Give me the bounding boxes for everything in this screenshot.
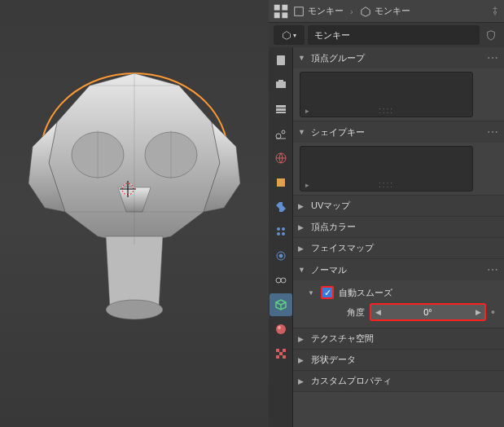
angle-value[interactable]: 0° xyxy=(384,307,471,317)
svg-rect-22 xyxy=(295,7,304,15)
tab-particles[interactable] xyxy=(270,220,292,243)
properties-tab-strip xyxy=(269,47,293,427)
datablock-name-field[interactable]: モンキー xyxy=(308,25,480,45)
chevron-down-icon: ▼ xyxy=(298,266,308,274)
breadcrumb-object[interactable]: モンキー xyxy=(308,5,344,17)
svg-rect-21 xyxy=(282,12,287,18)
svg-line-44 xyxy=(276,302,281,305)
chevron-right-icon: ▶ xyxy=(298,202,308,210)
svg-rect-49 xyxy=(276,349,279,352)
shape-keys-header[interactable]: ▼ シェイプキー ⋯ xyxy=(293,121,504,143)
tab-view-layer[interactable] xyxy=(270,98,292,121)
svg-point-41 xyxy=(276,278,281,283)
svg-point-35 xyxy=(277,227,280,231)
svg-rect-29 xyxy=(276,108,286,111)
geometry-data-header[interactable]: ▶ 形状データ xyxy=(293,350,504,371)
mesh-icon xyxy=(293,6,305,17)
tab-material[interactable] xyxy=(270,318,292,341)
tab-render[interactable] xyxy=(270,49,292,72)
properties-panel: ▼ 頂点グループ ⋯ ▸ :::: + − ▾ xyxy=(293,47,504,427)
tab-object-data[interactable] xyxy=(270,293,292,316)
chevron-down-icon: ▼ xyxy=(298,54,308,62)
svg-rect-52 xyxy=(276,355,279,359)
chevron-right-icon: ▶ xyxy=(298,223,308,231)
tab-physics[interactable] xyxy=(270,244,292,267)
increment-icon[interactable]: ▶ xyxy=(471,308,484,316)
vertex-colors-header[interactable]: ▶ 頂点カラー xyxy=(293,217,504,238)
breadcrumb-separator: › xyxy=(350,7,353,16)
svg-point-37 xyxy=(277,232,280,236)
svg-rect-51 xyxy=(279,352,283,355)
svg-rect-25 xyxy=(277,55,285,65)
svg-point-47 xyxy=(276,324,286,334)
tab-constraints[interactable] xyxy=(270,269,292,292)
texture-space-header[interactable]: ▶ テクスチャ空間 xyxy=(293,328,504,350)
chevron-down-icon: ▼ xyxy=(298,128,308,136)
list-expand-icon[interactable]: ▸ xyxy=(305,107,309,115)
svg-point-31 xyxy=(276,134,281,139)
svg-point-8 xyxy=(106,300,163,319)
cursor-3d-icon xyxy=(118,179,138,199)
svg-point-32 xyxy=(282,130,285,134)
keyframe-dot-icon[interactable]: • xyxy=(491,306,497,319)
uv-maps-header[interactable]: ▶ UVマップ xyxy=(293,196,504,217)
decrement-icon[interactable]: ◀ xyxy=(371,308,384,316)
svg-rect-30 xyxy=(276,112,286,113)
datablock-selector[interactable]: ▾ xyxy=(274,25,305,45)
svg-marker-24 xyxy=(283,32,291,40)
svg-rect-28 xyxy=(276,105,286,108)
svg-rect-50 xyxy=(283,349,286,352)
angle-label: 角度 xyxy=(308,306,365,319)
fake-user-icon[interactable] xyxy=(483,27,499,43)
datablock-name-row: ▾ モンキー xyxy=(269,23,504,47)
svg-line-45 xyxy=(281,302,286,305)
list-expand-icon[interactable]: ▸ xyxy=(305,181,309,189)
editor-type-icon[interactable] xyxy=(272,2,290,20)
svg-point-40 xyxy=(279,254,283,258)
svg-rect-19 xyxy=(282,4,287,10)
svg-rect-27 xyxy=(278,80,283,81)
chevron-right-icon: ▶ xyxy=(298,356,308,364)
mesh-data-icon xyxy=(360,6,371,17)
svg-point-42 xyxy=(281,278,286,283)
properties-header: モンキー › モンキー xyxy=(269,0,504,23)
chevron-right-icon: ▶ xyxy=(298,244,308,253)
svg-point-48 xyxy=(278,326,281,329)
chevron-right-icon: ▶ xyxy=(298,377,308,385)
custom-properties-header[interactable]: ▶ カスタムプロパティ xyxy=(293,371,504,392)
pin-icon[interactable] xyxy=(489,5,501,18)
angle-spinner[interactable]: ◀ 0° ▶ xyxy=(370,303,486,321)
list-grip-icon[interactable]: :::: xyxy=(379,180,394,189)
svg-point-38 xyxy=(282,232,285,236)
svg-rect-34 xyxy=(277,178,285,187)
tab-output[interactable] xyxy=(270,73,292,96)
chevron-down-icon: ▼ xyxy=(308,289,318,297)
auto-smooth-label: 自動スムーズ xyxy=(339,287,392,299)
tab-object[interactable] xyxy=(270,171,292,194)
section-menu-icon[interactable]: ⋯ xyxy=(487,263,499,276)
vertex-groups-list[interactable]: ▸ :::: xyxy=(300,72,473,117)
face-maps-header[interactable]: ▶ フェイスマップ xyxy=(293,238,504,259)
svg-rect-26 xyxy=(276,81,286,88)
svg-marker-23 xyxy=(361,7,370,15)
svg-marker-7 xyxy=(106,236,163,310)
svg-rect-20 xyxy=(274,12,280,18)
viewport-3d[interactable] xyxy=(0,0,269,427)
section-menu-icon[interactable]: ⋯ xyxy=(487,125,499,139)
tab-texture[interactable] xyxy=(270,342,292,365)
svg-rect-18 xyxy=(274,4,280,10)
auto-smooth-checkbox[interactable]: ✓ xyxy=(321,286,334,299)
svg-rect-53 xyxy=(283,355,286,359)
list-grip-icon[interactable]: :::: xyxy=(379,106,394,115)
tab-world[interactable] xyxy=(270,147,292,169)
shape-keys-list[interactable]: ▸ :::: xyxy=(300,146,473,191)
section-menu-icon[interactable]: ⋯ xyxy=(487,51,499,64)
tab-modifiers[interactable] xyxy=(270,196,292,218)
svg-point-36 xyxy=(282,227,285,231)
vertex-groups-header[interactable]: ▼ 頂点グループ ⋯ xyxy=(293,47,504,68)
normals-header[interactable]: ▼ ノーマル ⋯ xyxy=(293,259,504,280)
tab-scene[interactable] xyxy=(270,122,292,145)
breadcrumb-data[interactable]: モンキー xyxy=(375,5,410,17)
chevron-right-icon: ▶ xyxy=(298,335,308,343)
